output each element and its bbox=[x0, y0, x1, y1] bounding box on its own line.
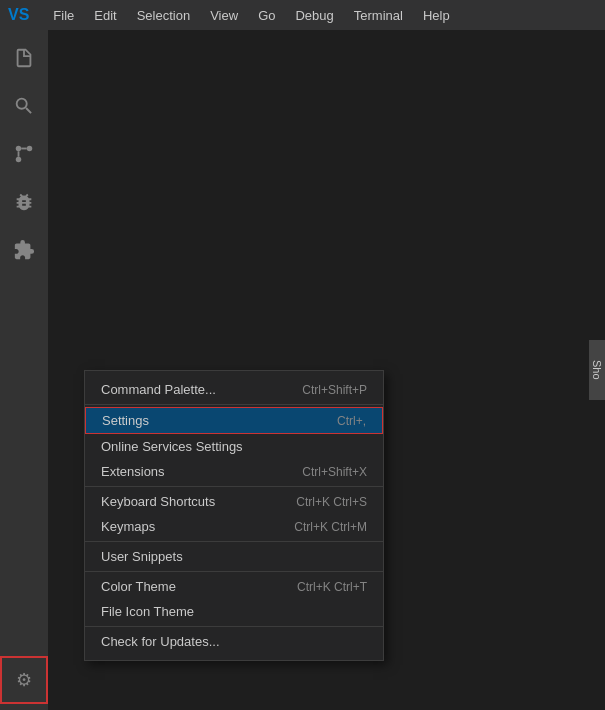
menu-group-0: Command Palette...Ctrl+Shift+P bbox=[85, 375, 383, 405]
menu-file[interactable]: File bbox=[45, 6, 82, 25]
debug-icon[interactable] bbox=[0, 178, 48, 226]
item-shortcut: Ctrl+K Ctrl+S bbox=[296, 495, 367, 509]
svg-point-0 bbox=[16, 157, 22, 163]
item-shortcut: Ctrl+Shift+X bbox=[302, 465, 367, 479]
svg-point-2 bbox=[16, 146, 22, 152]
main-layout: ⚙ Command Palette...Ctrl+Shift+PSettings… bbox=[0, 30, 605, 710]
item-label: Settings bbox=[102, 413, 313, 428]
ctx-item-command-palette[interactable]: Command Palette...Ctrl+Shift+P bbox=[85, 377, 383, 402]
ctx-item-extensions[interactable]: ExtensionsCtrl+Shift+X bbox=[85, 459, 383, 484]
menu-debug[interactable]: Debug bbox=[287, 6, 341, 25]
menu-group-1: SettingsCtrl+,Online Services SettingsEx… bbox=[85, 405, 383, 487]
item-label: Extensions bbox=[101, 464, 278, 479]
ctx-item-settings[interactable]: SettingsCtrl+, bbox=[85, 407, 383, 434]
item-label: Command Palette... bbox=[101, 382, 278, 397]
menu-terminal[interactable]: Terminal bbox=[346, 6, 411, 25]
editor-area: Command Palette...Ctrl+Shift+PSettingsCt… bbox=[48, 30, 605, 710]
svg-point-1 bbox=[27, 146, 33, 152]
ctx-item-user-snippets[interactable]: User Snippets bbox=[85, 544, 383, 569]
menu-group-2: Keyboard ShortcutsCtrl+K Ctrl+SKeymapsCt… bbox=[85, 487, 383, 542]
menu-group-5: Check for Updates... bbox=[85, 627, 383, 656]
side-toggle-label: Sho bbox=[591, 360, 603, 380]
item-label: Online Services Settings bbox=[101, 439, 367, 454]
side-panel-toggle[interactable]: Sho bbox=[589, 340, 605, 400]
ctx-item-online-services-settings[interactable]: Online Services Settings bbox=[85, 434, 383, 459]
ctx-item-keyboard-shortcuts[interactable]: Keyboard ShortcutsCtrl+K Ctrl+S bbox=[85, 489, 383, 514]
menu-group-3: User Snippets bbox=[85, 542, 383, 572]
search-icon[interactable] bbox=[0, 82, 48, 130]
ctx-item-file-icon-theme[interactable]: File Icon Theme bbox=[85, 599, 383, 624]
item-label: Color Theme bbox=[101, 579, 273, 594]
item-shortcut: Ctrl+K Ctrl+M bbox=[294, 520, 367, 534]
context-menu: Command Palette...Ctrl+Shift+PSettingsCt… bbox=[84, 370, 384, 661]
menu-edit[interactable]: Edit bbox=[86, 6, 124, 25]
menu-bar: FileEditSelectionViewGoDebugTerminalHelp bbox=[45, 6, 597, 25]
item-label: Keymaps bbox=[101, 519, 270, 534]
ctx-item-check-for-updates[interactable]: Check for Updates... bbox=[85, 629, 383, 654]
activity-bar-bottom: ⚙ bbox=[0, 656, 48, 710]
source-control-icon[interactable] bbox=[0, 130, 48, 178]
menu-help[interactable]: Help bbox=[415, 6, 458, 25]
ctx-item-color-theme[interactable]: Color ThemeCtrl+K Ctrl+T bbox=[85, 574, 383, 599]
menu-view[interactable]: View bbox=[202, 6, 246, 25]
activity-bar: ⚙ bbox=[0, 30, 48, 710]
menu-group-4: Color ThemeCtrl+K Ctrl+TFile Icon Theme bbox=[85, 572, 383, 627]
item-shortcut: Ctrl+, bbox=[337, 414, 366, 428]
manage-button[interactable]: ⚙ bbox=[0, 656, 48, 704]
menu-selection[interactable]: Selection bbox=[129, 6, 198, 25]
menu-go[interactable]: Go bbox=[250, 6, 283, 25]
item-shortcut: Ctrl+Shift+P bbox=[302, 383, 367, 397]
item-label: User Snippets bbox=[101, 549, 367, 564]
item-label: File Icon Theme bbox=[101, 604, 367, 619]
ctx-item-keymaps[interactable]: KeymapsCtrl+K Ctrl+M bbox=[85, 514, 383, 539]
files-icon[interactable] bbox=[0, 34, 48, 82]
vscode-logo-icon: VS bbox=[8, 6, 29, 24]
extensions-icon[interactable] bbox=[0, 226, 48, 274]
item-shortcut: Ctrl+K Ctrl+T bbox=[297, 580, 367, 594]
item-label: Keyboard Shortcuts bbox=[101, 494, 272, 509]
title-bar: VS FileEditSelectionViewGoDebugTerminalH… bbox=[0, 0, 605, 30]
item-label: Check for Updates... bbox=[101, 634, 367, 649]
